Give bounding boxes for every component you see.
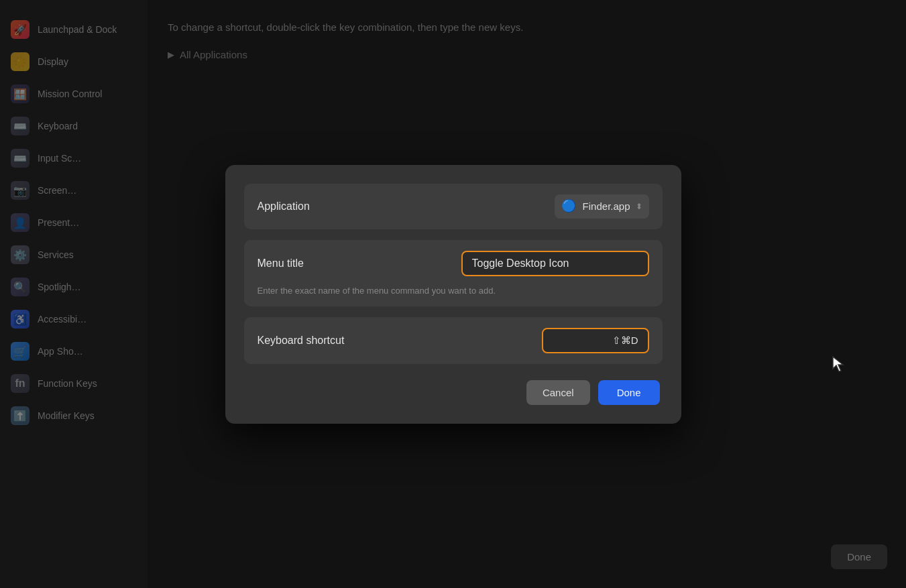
application-value: 🔵 Finder.app ⬍ [555, 194, 649, 219]
application-label: Application [258, 200, 555, 213]
finder-icon: 🔵 [561, 198, 577, 215]
modal-overlay: Application 🔵 Finder.app ⬍ Menu title En… [0, 0, 906, 588]
done-button[interactable]: Done [598, 380, 660, 405]
menu-title-input[interactable] [472, 257, 638, 270]
app-name: Finder.app [583, 200, 630, 212]
shortcut-symbols: ⇧⌘D [612, 335, 638, 347]
shortcut-input-wrapper[interactable]: ⇧⌘D [542, 328, 649, 353]
chevron-updown-icon: ⬍ [636, 202, 642, 211]
keyboard-shortcut-label: Keyboard shortcut [258, 335, 542, 347]
menu-title-row: Menu title Enter the exact name of the m… [244, 240, 663, 306]
keyboard-shortcut-row: Keyboard shortcut ⇧⌘D [244, 317, 663, 364]
menu-hint-text: Enter the exact name of the menu command… [258, 286, 649, 296]
menu-title-label: Menu title [258, 257, 461, 270]
application-row: Application 🔵 Finder.app ⬍ [244, 184, 663, 229]
app-selector[interactable]: 🔵 Finder.app ⬍ [555, 194, 649, 219]
menu-title-top: Menu title [258, 251, 649, 276]
cancel-button[interactable]: Cancel [526, 380, 590, 405]
menu-title-input-wrapper [461, 251, 649, 276]
modal-dialog: Application 🔵 Finder.app ⬍ Menu title En… [225, 165, 681, 424]
buttons-row: Cancel Done [244, 380, 663, 405]
